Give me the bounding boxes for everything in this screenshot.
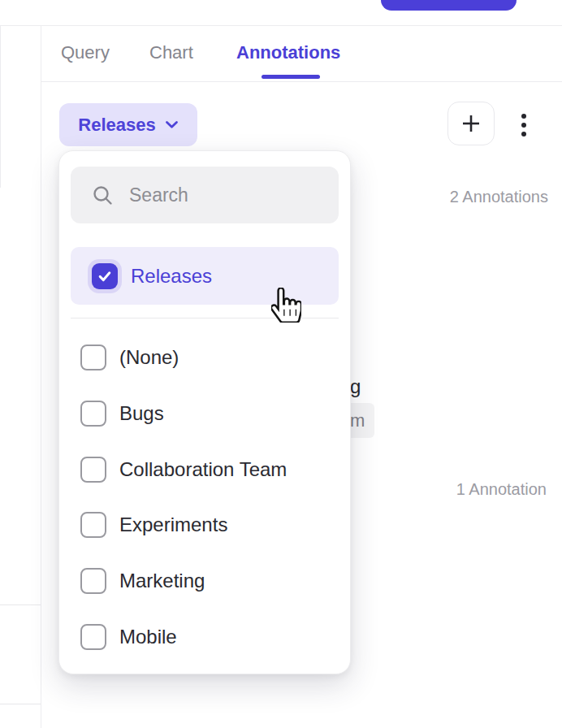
chart-axis-line: [41, 25, 41, 728]
filter-button-label: Releases: [78, 115, 155, 136]
occluded-annotation-title-fragment: g: [350, 375, 361, 398]
annotation-filter-dropdown: Releases (None) Bugs Collaboration Team …: [58, 150, 351, 674]
option-row-bugs[interactable]: Bugs: [71, 386, 339, 442]
left-edge-line: [0, 25, 1, 188]
option-row-experiments[interactable]: Experiments: [71, 497, 339, 553]
dropdown-search-box[interactable]: [71, 167, 339, 223]
add-annotation-button[interactable]: [447, 102, 495, 145]
search-input[interactable]: [129, 184, 339, 206]
top-divider: [0, 25, 562, 26]
kebab-icon: [521, 114, 526, 119]
option-label: Experiments: [119, 514, 227, 536]
checkbox-unchecked[interactable]: [80, 344, 106, 370]
chart-gridline: [0, 704, 41, 704]
option-row-marketing[interactable]: Marketing: [71, 553, 339, 609]
option-row-mobile[interactable]: Mobile: [71, 609, 339, 665]
search-icon: [92, 184, 114, 206]
app-canvas: Query Chart Annotations Releases 2 Annot…: [0, 0, 562, 728]
kebab-icon: [521, 123, 526, 128]
tab-annotations[interactable]: Annotations: [236, 41, 340, 65]
checkbox-unchecked[interactable]: [80, 457, 106, 483]
annotation-count-top: 2 Annotations: [450, 188, 548, 206]
option-label: Bugs: [119, 402, 164, 425]
plus-icon: [459, 111, 483, 136]
active-tab-underline: [262, 75, 320, 79]
checkbox-unchecked[interactable]: [80, 568, 106, 594]
primary-button-fragment[interactable]: [381, 0, 517, 11]
checkbox-unchecked[interactable]: [80, 512, 106, 538]
chevron-down-icon: [165, 120, 179, 129]
checkbox-unchecked[interactable]: [80, 624, 106, 650]
checkbox-checked[interactable]: [92, 263, 118, 289]
option-row-collaboration-team[interactable]: Collaboration Team: [71, 441, 339, 497]
option-label: Mobile: [119, 626, 177, 648]
checkmark-icon: [97, 268, 113, 284]
tab-query[interactable]: Query: [61, 41, 110, 65]
more-options-button[interactable]: [512, 107, 536, 143]
option-label: Releases: [131, 265, 212, 288]
tabbar-divider: [41, 81, 562, 82]
option-label: Collaboration Team: [119, 458, 287, 481]
option-label: Marketing: [119, 570, 205, 592]
option-row-none[interactable]: (None): [71, 330, 339, 386]
dropdown-options-list: (None) Bugs Collaboration Team Experimen…: [71, 318, 339, 665]
checkbox-unchecked[interactable]: [80, 401, 106, 427]
kebab-icon: [521, 132, 526, 136]
annotation-count-bottom: 1 Annotation: [456, 480, 547, 499]
releases-filter-button[interactable]: Releases: [59, 103, 197, 146]
option-label: (None): [119, 346, 179, 369]
tab-chart[interactable]: Chart: [149, 41, 193, 65]
chart-gridline: [0, 604, 41, 605]
option-row-releases-selected[interactable]: Releases: [71, 247, 339, 305]
